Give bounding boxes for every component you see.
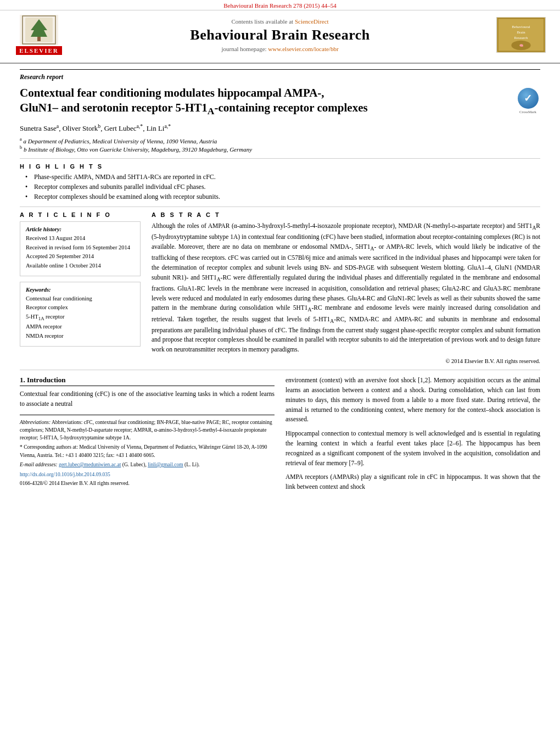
authors: Sunetra Sasea, Oliver Storkb, Gert Lubec… bbox=[20, 123, 540, 133]
introduction-heading: 1. Introduction bbox=[20, 376, 275, 386]
available-date: Available online 1 October 2014 bbox=[26, 262, 135, 270]
affiliation-a: a a Department of Pediatrics, Medical Un… bbox=[20, 137, 540, 144]
accepted-date: Accepted 20 September 2014 bbox=[26, 253, 135, 261]
right-column: A B S T R A C T Although the roles of AM… bbox=[152, 211, 540, 364]
email2-link[interactable]: linli@gmail.com bbox=[148, 462, 183, 467]
highlights-heading: H I G H L I G H T S bbox=[20, 163, 540, 170]
email1-link[interactable]: gert.lubec@meduniwien.ac.at bbox=[59, 462, 121, 467]
abstract-heading: A B S T R A C T bbox=[152, 211, 540, 218]
left-column: A R T I C L E I N F O Article history: R… bbox=[20, 211, 141, 364]
article-info-abstract-section: A R T I C L E I N F O Article history: R… bbox=[20, 211, 540, 364]
report-label: Research report bbox=[20, 69, 540, 81]
crossmark-badge[interactable]: ✓ CrossMark bbox=[516, 88, 540, 114]
keyword-1: Contextual fear conditioning bbox=[26, 295, 135, 303]
homepage-line: journal homepage: www.elsevier.com/locat… bbox=[75, 46, 485, 52]
affiliation-b: b b Institute of Biology, Otto von Gueri… bbox=[20, 145, 540, 153]
journal-center: Contents lists available at ScienceDirec… bbox=[69, 18, 491, 52]
introduction-section: 1. Introduction Contextual fear conditio… bbox=[20, 376, 275, 409]
main-content-two-col: 1. Introduction Contextual fear conditio… bbox=[20, 376, 540, 496]
abstract-text: Although the roles of AMPAR (α-amino-3-h… bbox=[152, 221, 540, 355]
crossmark-icon: ✓ bbox=[518, 88, 539, 109]
email-note: E-mail addresses: gert.lubec@meduniwien.… bbox=[20, 461, 275, 468]
footnotes-section: Abbreviations: Abbreviations: cFC, conte… bbox=[20, 415, 275, 488]
bbr-logo-icon: Behavioural Brain Research 🧠 bbox=[497, 17, 545, 53]
abstract-section: Although the roles of AMPAR (α-amino-3-h… bbox=[152, 221, 540, 364]
svg-rect-3 bbox=[37, 37, 41, 41]
main-right-column: environment (context) with an aversive f… bbox=[285, 376, 540, 496]
issn-line: 0166-4328/© 2014 Elsevier B.V. All right… bbox=[20, 479, 275, 487]
elsevier-label: ELSEVIER bbox=[16, 46, 62, 55]
bbr-logo: Behavioural Brain Research 🧠 bbox=[496, 17, 546, 53]
received-revised: Received in revised form 16 September 20… bbox=[26, 244, 135, 252]
keyword-4: AMPA receptor bbox=[26, 323, 135, 331]
article-history-label: Article history: bbox=[26, 226, 135, 232]
corresponding-note: * Corresponding authors at: Medical Univ… bbox=[20, 443, 275, 459]
svg-text:Brain: Brain bbox=[517, 30, 525, 34]
copyright-line: © 2014 Elsevier B.V. All rights reserved… bbox=[152, 358, 540, 364]
article-info-heading: A R T I C L E I N F O bbox=[20, 211, 141, 218]
svg-text:Research: Research bbox=[514, 36, 528, 40]
keyword-2: Receptor complex bbox=[26, 304, 135, 312]
svg-text:Behavioural: Behavioural bbox=[512, 25, 530, 29]
received-date: Received 13 August 2014 bbox=[26, 235, 135, 243]
journal-citation: Behavioural Brain Research 278 (2015) 44… bbox=[223, 2, 337, 9]
keyword-3: 5-HT1A receptor bbox=[26, 313, 135, 322]
highlights-section: H I G H L I G H T S Phase-specific AMPA,… bbox=[20, 163, 540, 201]
page: Behavioural Brain Research 278 (2015) 44… bbox=[0, 0, 560, 742]
journal-logo-right: Behavioural Brain Research 🧠 bbox=[491, 17, 551, 53]
doi-link[interactable]: http://dx.doi.org/10.1016/j.bbr.2014.09.… bbox=[20, 471, 275, 478]
intro-para-1: Contextual fear conditioning (cFC) is on… bbox=[20, 389, 275, 409]
affiliations: a a Department of Pediatrics, Medical Un… bbox=[20, 137, 540, 153]
elsevier-tree-icon bbox=[20, 15, 58, 45]
highlight-item-2: Receptor complexes and subunits parallel… bbox=[25, 183, 540, 191]
body-para-4: AMPA receptors (AMPARs) play a significa… bbox=[285, 472, 540, 492]
keywords-box: Keywords: Contextual fear conditioning R… bbox=[20, 282, 141, 347]
content-area: Research report Contextual fear conditio… bbox=[0, 64, 560, 502]
divider-1 bbox=[20, 158, 540, 159]
homepage-link[interactable]: www.elsevier.com/locate/bbr bbox=[268, 46, 338, 52]
journal-main-header: ELSEVIER Contents lists available at Sci… bbox=[0, 10, 560, 59]
divider-3 bbox=[20, 370, 540, 370]
article-info-box: Article history: Received 13 August 2014… bbox=[20, 221, 141, 276]
abbreviations-note: Abbreviations: Abbreviations: cFC, conte… bbox=[20, 419, 275, 442]
contents-line: Contents lists available at ScienceDirec… bbox=[75, 18, 485, 25]
highlight-item-3: Receptor complexes should be examined al… bbox=[25, 193, 540, 201]
svg-text:🧠: 🧠 bbox=[519, 44, 524, 48]
keywords-label: Keywords: bbox=[26, 287, 135, 293]
journal-top-bar: Behavioural Brain Research 278 (2015) 44… bbox=[0, 0, 560, 10]
main-left-column: 1. Introduction Contextual fear conditio… bbox=[20, 376, 275, 496]
body-para-3: Hippocampal connection to contextual mem… bbox=[285, 429, 540, 468]
journal-header: Behavioural Brain Research 278 (2015) 44… bbox=[0, 0, 560, 64]
body-para-2: environment (context) with an aversive f… bbox=[285, 376, 540, 425]
highlights-list: Phase-specific AMPA, NMDA and 5HT1A-RCs … bbox=[25, 173, 540, 201]
crossmark-text: CrossMark bbox=[519, 110, 536, 114]
article-title: Contextual fear conditioning modulates h… bbox=[20, 86, 510, 118]
keyword-5: NMDA receptor bbox=[26, 332, 135, 341]
elsevier-logo-area: ELSEVIER bbox=[9, 15, 69, 55]
highlight-item-1: Phase-specific AMPA, NMDA and 5HT1A-RCs … bbox=[25, 173, 540, 181]
elsevier-logo: ELSEVIER bbox=[16, 15, 62, 55]
article-title-section: Contextual fear conditioning modulates h… bbox=[20, 86, 540, 118]
divider-2 bbox=[20, 207, 540, 207]
sciencedirect-link[interactable]: ScienceDirect bbox=[295, 18, 329, 25]
journal-title: Behavioural Brain Research bbox=[75, 27, 485, 43]
